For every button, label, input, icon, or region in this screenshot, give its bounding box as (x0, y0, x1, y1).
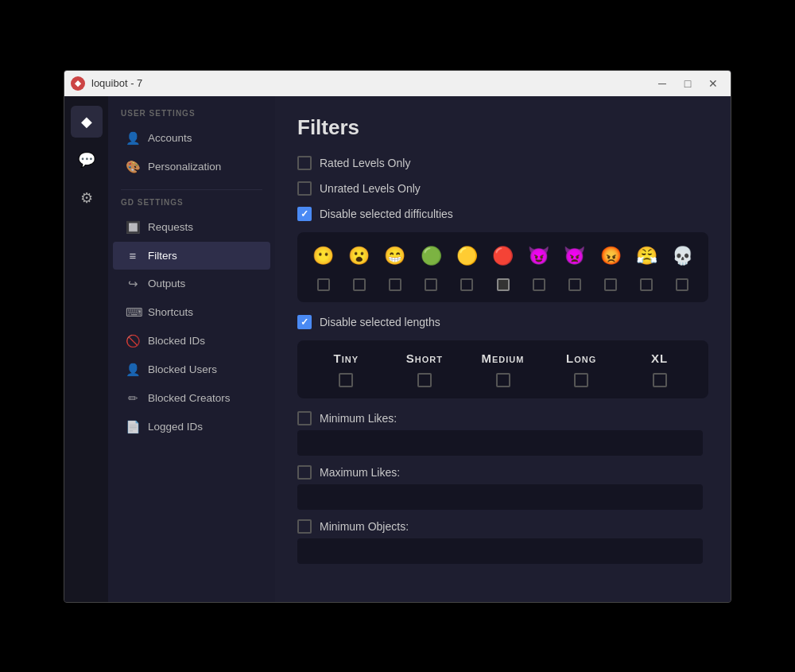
diff-cb-normal-box[interactable] (389, 278, 401, 291)
difficulty-demon-medium: 👿 (558, 242, 591, 270)
shortcuts-label: Shortcuts (148, 306, 193, 318)
length-labels: Tiny Short Medium Long XL (307, 352, 699, 365)
min-likes-checkbox[interactable] (297, 411, 312, 425)
blocked-ids-icon: 🚫 (126, 334, 140, 348)
sidebar-item-requests[interactable]: 🔲 Requests (113, 213, 270, 242)
length-short: Short (386, 352, 464, 365)
sidebar-icon-chat[interactable]: 💬 (71, 144, 103, 176)
sidebar-item-outputs[interactable]: ↪ Outputs (113, 270, 270, 298)
difficulty-auto: 😶 (307, 242, 339, 270)
content-area: ◆ 💬 ⚙ USER SETTINGS 👤 Accounts 🎨 Persona… (64, 96, 731, 602)
diff-cb-demon-medium-box[interactable] (568, 278, 581, 291)
unrated-levels-checkbox[interactable] (297, 181, 312, 196)
rated-levels-checkbox[interactable] (297, 156, 312, 170)
blocked-ids-label: Blocked IDs (148, 335, 205, 347)
difficulty-insane: 🔴 (487, 242, 519, 270)
max-likes-checkbox[interactable] (297, 465, 312, 480)
disable-lengths-checkbox[interactable] (297, 315, 312, 329)
blocked-users-label: Blocked Users (148, 363, 217, 375)
max-likes-input[interactable] (297, 484, 703, 510)
difficulty-demon-insane: 😤 (630, 242, 663, 270)
sidebar-item-blocked-ids[interactable]: 🚫 Blocked IDs (113, 327, 270, 355)
short-checkbox[interactable] (417, 373, 432, 387)
emoji-row: 😶 😮 😁 🟢 🟡 🔴 😈 👿 😡 😤 💀 (307, 242, 699, 270)
diff-cb-normal (378, 277, 411, 293)
length-medium: Medium (463, 352, 542, 365)
xl-checkbox[interactable] (653, 373, 667, 387)
rated-levels-label: Rated Levels Only (320, 157, 410, 169)
diff-cb-easy (343, 277, 375, 293)
length-xl: XL (620, 352, 699, 365)
unrated-levels-label: Unrated Levels Only (320, 182, 421, 195)
main-content: Filters Rated Levels Only Unrated Levels… (275, 96, 731, 602)
length-cb-long (542, 373, 621, 387)
disable-lengths-row: Disable selected lengths (297, 315, 708, 329)
sidebar-item-blocked-users[interactable]: 👤 Blocked Users (113, 355, 270, 384)
sidebar-item-personalization[interactable]: 🎨 Personalization (113, 153, 270, 181)
logged-ids-icon: 📄 (126, 420, 140, 434)
filters-icon: ≡ (126, 249, 140, 262)
sidebar-item-accounts[interactable]: 👤 Accounts (113, 124, 270, 153)
filters-label: Filters (148, 250, 177, 262)
difficulty-demon-hard: 😡 (594, 242, 626, 270)
nav-divider (121, 189, 262, 190)
shortcuts-icon: ⌨ (126, 305, 140, 320)
personalization-icon: 🎨 (126, 160, 140, 174)
length-cb-row (307, 373, 699, 387)
gd-settings-label: GD SETTINGS (108, 198, 275, 213)
difficulty-normal: 😁 (378, 242, 411, 270)
nav-sidebar: USER SETTINGS 👤 Accounts 🎨 Personalizati… (108, 96, 275, 602)
max-likes-label-row: Maximum Likes: (297, 465, 708, 480)
sidebar-icon-home[interactable]: ◆ (71, 106, 103, 138)
sidebar-item-filters[interactable]: ≡ Filters (113, 242, 270, 270)
diff-cb-demon-extreme (666, 277, 699, 293)
diff-cb-auto-box[interactable] (317, 278, 330, 291)
diff-cb-insane (487, 277, 519, 293)
difficulty-hard: 🟢 (415, 242, 448, 270)
diff-cb-demon-medium (558, 277, 591, 293)
unrated-levels-row: Unrated Levels Only (297, 181, 708, 196)
difficulty-emoji-box: 😶 😮 😁 🟢 🟡 🔴 😈 👿 😡 😤 💀 (297, 232, 708, 302)
length-long: Long (542, 352, 621, 365)
difficulty-easy: 😮 (343, 242, 375, 270)
diff-cb-easy-box[interactable] (353, 278, 366, 291)
diff-cb-demon-hard (594, 277, 626, 293)
diff-cb-demon-insane (630, 277, 663, 293)
personalization-label: Personalization (148, 161, 221, 173)
sidebar-item-blocked-creators[interactable]: ✏ Blocked Creators (113, 384, 270, 413)
tiny-checkbox[interactable] (339, 373, 353, 387)
accounts-icon: 👤 (126, 131, 140, 146)
diff-cb-insane-box[interactable] (497, 278, 510, 291)
diff-cb-demon-insane-box[interactable] (640, 278, 653, 291)
close-button[interactable]: ✕ (702, 76, 724, 91)
disable-difficulties-checkbox[interactable] (297, 207, 312, 221)
difficulty-harder: 🟡 (451, 242, 483, 270)
min-likes-label-row: Minimum Likes: (297, 411, 708, 425)
accounts-label: Accounts (148, 132, 192, 144)
min-likes-input[interactable] (297, 430, 703, 456)
length-cb-xl (620, 373, 699, 387)
diff-cb-demon-easy-box[interactable] (533, 278, 545, 291)
length-cb-medium (463, 373, 542, 387)
maximize-button[interactable]: □ (677, 76, 699, 91)
blocked-creators-label: Blocked Creators (148, 392, 231, 404)
min-likes-label: Minimum Likes: (320, 412, 397, 425)
diff-cb-demon-extreme-box[interactable] (676, 278, 688, 291)
diff-cb-harder-box[interactable] (460, 278, 473, 291)
logged-ids-label: Logged IDs (148, 421, 203, 433)
long-checkbox[interactable] (574, 373, 588, 387)
sidebar-item-logged-ids[interactable]: 📄 Logged IDs (113, 413, 270, 441)
min-objects-checkbox[interactable] (297, 519, 312, 534)
medium-checkbox[interactable] (496, 373, 510, 387)
app-window: ◆ loquibot - 7 ─ □ ✕ ◆ 💬 ⚙ USER SETTINGS… (64, 70, 731, 603)
disable-lengths-label: Disable selected lengths (320, 316, 440, 328)
diff-cb-hard-box[interactable] (425, 278, 437, 291)
sidebar-item-shortcuts[interactable]: ⌨ Shortcuts (113, 298, 270, 327)
titlebar: ◆ loquibot - 7 ─ □ ✕ (64, 71, 731, 96)
minimize-button[interactable]: ─ (651, 76, 673, 91)
sidebar-icon-settings[interactable]: ⚙ (71, 182, 103, 214)
min-objects-input[interactable] (297, 538, 703, 564)
diff-cb-demon-hard-box[interactable] (604, 278, 617, 291)
page-title: Filters (297, 115, 708, 140)
disable-difficulties-row: Disable selected difficulties (297, 207, 708, 221)
